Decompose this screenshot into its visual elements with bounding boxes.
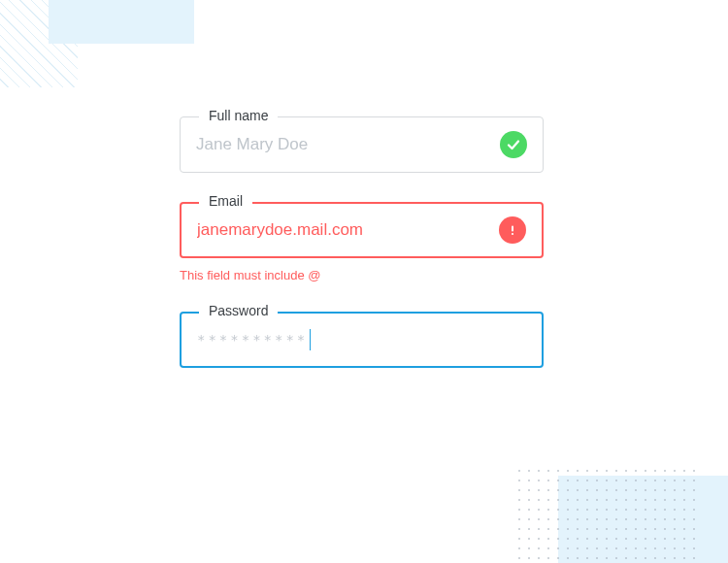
password-mask-text: **********: [197, 332, 308, 348]
decorative-top-left: [0, 0, 194, 49]
password-field: Password **********: [180, 312, 544, 368]
email-box: [180, 202, 544, 258]
fullname-label: Full name: [199, 108, 278, 123]
fullname-input[interactable]: [196, 135, 500, 154]
password-label: Password: [199, 303, 278, 318]
dot-grid-decoration: [514, 466, 699, 563]
text-caret: [310, 329, 311, 350]
svg-rect-0: [512, 226, 513, 232]
email-label: Email: [199, 193, 252, 209]
email-input[interactable]: [197, 220, 499, 240]
email-field: Email: [180, 202, 544, 258]
email-error-message: This field must include @: [180, 268, 544, 282]
password-input[interactable]: **********: [197, 314, 526, 366]
decorative-bottom-right: [514, 427, 728, 563]
fullname-field: Full name: [180, 116, 544, 173]
exclamation-icon: [499, 216, 526, 244]
password-box[interactable]: **********: [180, 312, 544, 368]
signup-form: Full name Email This field must include …: [180, 116, 544, 397]
light-blue-square-decoration: [49, 0, 194, 44]
svg-point-1: [512, 233, 513, 235]
check-icon: [500, 131, 527, 158]
fullname-box: [180, 116, 544, 173]
